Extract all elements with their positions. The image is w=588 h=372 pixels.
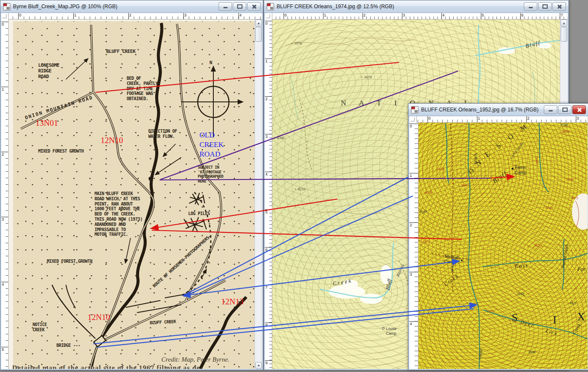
map-label: McDuff Camp xyxy=(444,254,459,266)
map-label: × 4346 xyxy=(273,136,284,140)
ruler-number: 1 xyxy=(324,13,326,17)
ruler-number: 0 xyxy=(19,13,21,17)
ruler-number: 1 xyxy=(478,116,480,121)
ruler-number: 4 xyxy=(239,13,242,17)
map-label: 12N13 xyxy=(221,297,244,307)
window-byrne-map: Byrne Bluff_Creek_Map.JPG @ 100% (RGB) 0… xyxy=(0,0,264,370)
ruler-number: 6 xyxy=(265,248,268,252)
map-label: 4225 xyxy=(545,206,553,210)
scroll-up-arrow[interactable]: ▲ xyxy=(255,20,262,26)
map-label: S xyxy=(512,311,518,324)
scrollbar-thumb[interactable] xyxy=(255,27,262,42)
ruler-number: 2 xyxy=(265,97,268,101)
minimize-button[interactable] xyxy=(219,2,232,11)
byrne-map-canvas[interactable]: BLUFF CREEKLONESOME RIDGE ROADBED OF CRE… xyxy=(9,20,255,369)
map-label: NOTICE CREEK xyxy=(33,322,47,333)
restore-button[interactable] xyxy=(558,105,572,114)
map-label: LONESOME RIDGE ROAD xyxy=(38,63,59,80)
restore-button[interactable] xyxy=(538,2,552,11)
vertical-ruler[interactable]: 012345 xyxy=(1,20,9,369)
app-workspace: Byrne Bluff_Creek_Map.JPG @ 100% (RGB) 0… xyxy=(0,0,588,372)
titlebar[interactable]: BLUFF CREEK Orleans_1952.jpg @ 16.7% (RG… xyxy=(408,104,588,116)
ruler-number: 1 xyxy=(74,13,76,17)
horizontal-ruler[interactable]: 01234 xyxy=(9,13,262,20)
titlebar[interactable]: Byrne Bluff_Creek_Map.JPG @ 100% (RGB) xyxy=(0,0,263,13)
map-label: 4213 xyxy=(422,240,430,245)
ruler-number: 6 xyxy=(521,13,523,17)
ruler-number: 0 xyxy=(410,124,412,128)
map-label: × 3976 xyxy=(291,41,302,46)
map-label: 3856 xyxy=(562,130,569,134)
map-label: 3534 xyxy=(437,167,444,172)
map-label: MAIN BLUFF CREEK ROAD WHICH, AT THIS POI… xyxy=(95,191,142,237)
map-label: 3728 xyxy=(560,123,568,127)
ruler-number: 1 xyxy=(410,173,412,178)
ruler-number: 2 xyxy=(363,13,366,17)
vertical-ruler[interactable]: 0123456789 xyxy=(265,20,272,369)
window-title: BLUFF CREEK Orleans_1974.jpg @ 12.5% (RG… xyxy=(277,3,521,10)
titlebar[interactable]: BLUFF CREEK Orleans_1974.jpg @ 12.5% (RG… xyxy=(264,0,568,13)
ruler-number: 3 xyxy=(184,13,186,17)
ruler-number: 2 xyxy=(129,13,131,17)
close-button[interactable] xyxy=(572,105,586,114)
map-label: BLUFF CREEK xyxy=(106,49,135,55)
ruler-number: 3 xyxy=(2,217,4,222)
map-label: Credit: Map, Peter Byrne. xyxy=(161,356,229,364)
map-label: 2646 xyxy=(487,309,495,314)
ruler-number: 3 xyxy=(403,13,405,17)
map-label: 12N10 xyxy=(88,313,110,322)
map-label: I xyxy=(553,313,556,326)
ruler-number: 4 xyxy=(442,13,444,17)
map-label: Trail xyxy=(450,266,455,273)
scroll-down-arrow[interactable]: ▼ xyxy=(255,362,262,369)
ruler-number: 3 xyxy=(265,134,268,139)
ruler-origin-box xyxy=(265,13,272,20)
map-label: × 4210 xyxy=(294,187,305,192)
document-image-icon xyxy=(3,3,10,10)
ruler-number: 2 xyxy=(527,116,529,121)
ruler-number: 5 xyxy=(2,347,4,352)
orleans-1952-drawing xyxy=(418,123,588,369)
map-label: OLD CREEK ROAD xyxy=(199,131,224,159)
ruler-origin-box xyxy=(1,13,9,20)
map-label: 12N10 xyxy=(101,136,123,145)
restore-button[interactable] xyxy=(233,2,246,11)
ruler-number: 5 xyxy=(482,13,484,17)
map-label: 4421 xyxy=(569,301,576,305)
map-label: 3606 xyxy=(528,350,536,355)
ruler-number: 3 xyxy=(577,116,579,121)
horizontal-ruler[interactable]: 01234567 xyxy=(272,13,568,20)
scrollbar-thumb[interactable] xyxy=(561,27,567,42)
minimize-button[interactable] xyxy=(524,2,537,11)
ruler-number: 4 xyxy=(2,282,4,287)
map-label: DIRECTION OF WATER FLOW. xyxy=(148,129,177,139)
minimize-button[interactable] xyxy=(544,105,557,114)
scroll-up-arrow[interactable]: ▲ xyxy=(561,20,567,26)
ruler-number: 2 xyxy=(410,223,412,227)
horizontal-ruler[interactable]: 0123 xyxy=(417,116,588,123)
ruler-number: 7 xyxy=(265,285,268,290)
map-label: 3500 xyxy=(566,177,574,182)
window-title: Byrne Bluff_Creek_Map.JPG @ 100% (RGB) xyxy=(13,3,216,10)
map-label: N xyxy=(209,60,212,66)
orleans-1952-canvas[interactable]: ONESOMGulchLONESOMEFerris CampBluff37283… xyxy=(418,123,588,369)
vertical-ruler[interactable]: 01234 xyxy=(409,123,418,369)
close-button[interactable] xyxy=(552,2,566,11)
map-label: 4030 xyxy=(425,190,432,195)
map-label: MIXED FOREST GROWTH xyxy=(38,149,84,154)
ruler-number: 9 xyxy=(265,361,268,365)
map-label: SUBJECT IN '67 FOOTAGE PHOTOGRAPHED HERE xyxy=(198,165,223,183)
vertical-scrollbar[interactable]: ▲ ▼ xyxy=(255,20,262,369)
map-label: For xyxy=(577,266,586,272)
ruler-number: 5 xyxy=(265,210,268,214)
map-label: LOG PILES xyxy=(188,211,210,216)
ruler-number: 1 xyxy=(2,87,4,91)
ruler-number: 3 xyxy=(410,272,412,277)
close-button[interactable] xyxy=(247,2,261,11)
ruler-origin-box xyxy=(409,116,417,123)
map-label: Gulch xyxy=(473,153,478,164)
map-label: MIXED FOREST GROWTH xyxy=(47,259,92,264)
ruler-number: 0 xyxy=(2,22,4,26)
map-label: 3558 xyxy=(516,292,524,297)
map-label: 3648 xyxy=(461,183,467,187)
